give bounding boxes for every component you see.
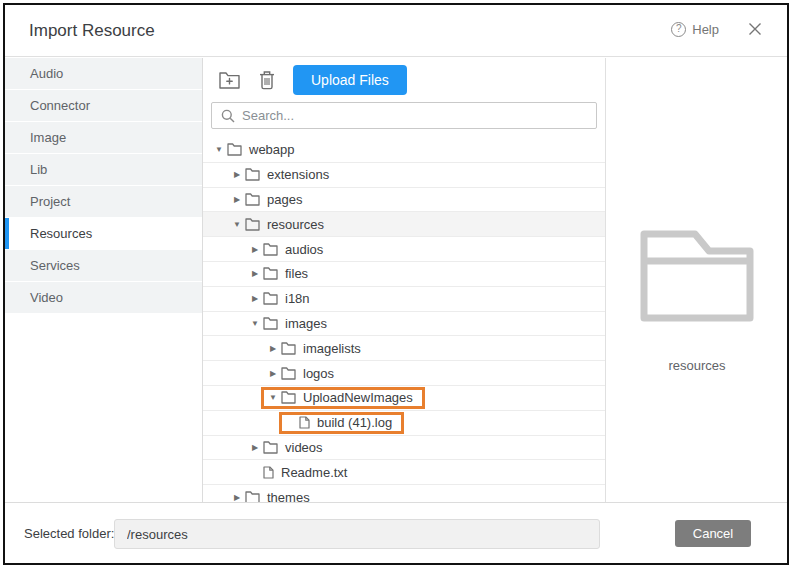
search-box — [211, 102, 597, 129]
toolbar: Upload Files — [217, 65, 407, 95]
preview-panel: resources — [607, 58, 787, 502]
tree-item-label: Readme.txt — [281, 465, 347, 480]
dialog-header: Import Resource ? Help — [5, 5, 787, 57]
tree-row-videos[interactable]: ▶videos — [203, 436, 605, 461]
tree-row-content: ▼webapp — [211, 142, 295, 157]
tree-row-logos[interactable]: ▶logos — [203, 361, 605, 386]
folder-icon — [263, 441, 278, 454]
folder-icon — [281, 367, 296, 380]
folder-icon — [227, 143, 242, 156]
tree-row-content: ▼resources — [229, 217, 324, 232]
tree-row-files[interactable]: ▶files — [203, 262, 605, 287]
tree-item-label: UploadNewImages — [303, 390, 413, 405]
folder-icon — [281, 391, 296, 404]
tree-row-readme-txt[interactable]: Readme.txt — [203, 460, 605, 485]
help-button[interactable]: ? Help — [671, 22, 719, 37]
tree-row-i18n[interactable]: ▶i18n — [203, 287, 605, 312]
tree-row-uploadnewimages[interactable]: ▼UploadNewImages — [203, 386, 605, 411]
import-resource-dialog: Import Resource ? Help AudioConnectorIma… — [3, 3, 789, 565]
folder-icon — [263, 267, 278, 280]
close-icon[interactable] — [747, 21, 763, 37]
tree-row-images[interactable]: ▼images — [203, 312, 605, 337]
file-icon — [263, 466, 274, 479]
cancel-button[interactable]: Cancel — [675, 520, 751, 547]
tree-item-label: resources — [267, 217, 324, 232]
tree-item-label: videos — [285, 440, 323, 455]
folder-icon — [263, 243, 278, 256]
chevron-right-icon[interactable]: ▶ — [265, 344, 281, 353]
folder-icon — [245, 193, 260, 206]
tree-row-content: ▶imagelists — [265, 341, 361, 356]
chevron-right-icon[interactable]: ▶ — [265, 369, 281, 378]
selected-folder-input[interactable] — [114, 519, 600, 549]
sidebar-item-lib[interactable]: Lib — [5, 154, 202, 185]
tree-row-imagelists[interactable]: ▶imagelists — [203, 336, 605, 361]
folder-icon — [263, 441, 278, 454]
tree-item-label: logos — [303, 366, 334, 381]
new-folder-button[interactable] — [217, 68, 241, 92]
tree-row-content: Readme.txt — [247, 465, 347, 480]
tree-row-build-41-log[interactable]: build (41).log — [203, 411, 605, 436]
dialog-title: Import Resource — [29, 21, 155, 41]
tree-item-label: imagelists — [303, 341, 361, 356]
chevron-down-icon[interactable]: ▼ — [265, 393, 281, 402]
sidebar-item-audio[interactable]: Audio — [5, 58, 202, 89]
folder-icon — [281, 342, 296, 355]
file-icon — [263, 466, 274, 479]
sidebar-item-label: Connector — [30, 98, 90, 113]
folder-icon — [245, 218, 260, 231]
folder-icon — [281, 391, 296, 404]
folder-icon — [245, 491, 260, 502]
sidebar-item-label: Image — [30, 130, 66, 145]
tree-item-label: audios — [285, 242, 323, 257]
tree-row-content: ▶videos — [247, 440, 323, 455]
folder-icon — [245, 491, 260, 502]
sidebar: AudioConnectorImageLibProjectResourcesSe… — [5, 58, 203, 502]
tree-item-label: webapp — [249, 142, 295, 157]
sidebar-item-project[interactable]: Project — [5, 186, 202, 217]
folder-preview-icon — [639, 230, 755, 326]
sidebar-item-label: Lib — [30, 162, 47, 177]
chevron-right-icon[interactable]: ▶ — [229, 170, 245, 179]
delete-button[interactable] — [255, 68, 279, 92]
chevron-right-icon[interactable]: ▶ — [229, 493, 245, 502]
tree-item-label: pages — [267, 192, 302, 207]
help-icon: ? — [671, 22, 686, 37]
sidebar-item-video[interactable]: Video — [5, 282, 202, 313]
chevron-right-icon[interactable]: ▶ — [247, 294, 263, 303]
file-icon — [299, 416, 310, 429]
dialog-footer: Selected folder: Cancel — [5, 502, 787, 563]
sidebar-item-services[interactable]: Services — [5, 250, 202, 281]
help-label: Help — [692, 22, 719, 37]
file-icon — [299, 416, 310, 429]
upload-files-button[interactable]: Upload Files — [293, 65, 407, 95]
sidebar-item-connector[interactable]: Connector — [5, 90, 202, 121]
chevron-right-icon[interactable]: ▶ — [247, 245, 263, 254]
tree-row-content: ▼images — [247, 316, 327, 331]
sidebar-item-label: Resources — [30, 226, 92, 241]
tree-item-label: files — [285, 266, 308, 281]
tree-row-extensions[interactable]: ▶extensions — [203, 163, 605, 188]
chevron-down-icon[interactable]: ▼ — [211, 145, 227, 154]
folder-icon — [245, 168, 260, 181]
chevron-right-icon[interactable]: ▶ — [247, 269, 263, 278]
tree-row-resources[interactable]: ▼resources — [203, 212, 605, 237]
highlight-box: build (41).log — [279, 412, 404, 434]
sidebar-item-label: Audio — [30, 66, 63, 81]
sidebar-item-resources[interactable]: Resources — [5, 218, 202, 249]
search-icon — [221, 109, 235, 123]
chevron-right-icon[interactable]: ▶ — [229, 195, 245, 204]
chevron-right-icon[interactable]: ▶ — [247, 443, 263, 452]
folder-icon — [245, 168, 260, 181]
sidebar-item-label: Project — [30, 194, 70, 209]
tree-row-pages[interactable]: ▶pages — [203, 188, 605, 213]
tree-row-audios[interactable]: ▶audios — [203, 237, 605, 262]
search-input[interactable] — [242, 108, 596, 123]
folder-icon — [263, 317, 278, 330]
sidebar-item-image[interactable]: Image — [5, 122, 202, 153]
chevron-down-icon[interactable]: ▼ — [247, 319, 263, 328]
tree-row-webapp[interactable]: ▼webapp — [203, 138, 605, 163]
chevron-down-icon[interactable]: ▼ — [229, 220, 245, 229]
tree-row-content: ▶audios — [247, 242, 323, 257]
tree-row-themes[interactable]: ▶themes — [203, 485, 605, 502]
